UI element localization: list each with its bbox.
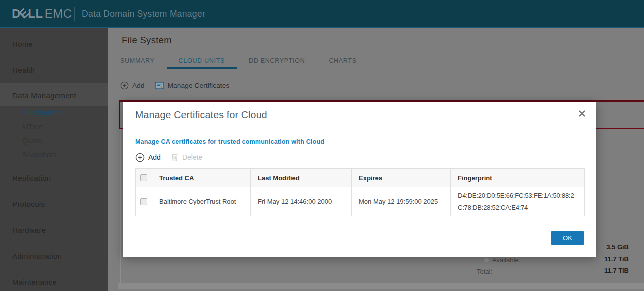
table-row[interactable]: Baltimore CyberTrust Root Fri May 12 14:… [136, 188, 585, 216]
cell-fingerprint: D4:DE:20:D0:5E:66:FC:53:FE:1A:50:88:2C:7… [451, 188, 585, 216]
add-certificate-button[interactable]: Add [135, 153, 161, 162]
col-header-trusted-ca: Trusted CA [152, 169, 251, 188]
dialog-title: Manage Certificates for Cloud [135, 110, 267, 121]
page: DELLEMC Data Domain System Manager Home … [0, 0, 644, 291]
manage-certificates-dialog: Manage Certificates for Cloud Manage CA … [123, 102, 596, 258]
trash-icon [171, 153, 179, 162]
delete-certificate-button[interactable]: Delete [171, 153, 202, 162]
col-header-last-modified: Last Modified [251, 169, 352, 188]
plus-circle-icon [135, 153, 145, 162]
cell-last-modified: Fri May 12 14:46:00 2000 [251, 188, 352, 216]
dialog-actions: Add Delete [135, 152, 202, 162]
cell-expires: Mon May 12 19:59:00 2025 [352, 188, 451, 216]
close-icon[interactable] [577, 109, 586, 118]
select-all-checkbox[interactable] [140, 174, 147, 182]
col-header-fingerprint: Fingerprint [451, 169, 585, 188]
certificates-table: Trusted CA Last Modified Expires Fingerp… [135, 168, 585, 216]
table-header-row: Trusted CA Last Modified Expires Fingerp… [136, 169, 585, 188]
col-header-expires: Expires [352, 169, 451, 188]
ok-button[interactable]: OK [551, 232, 584, 245]
row-checkbox[interactable] [140, 198, 147, 206]
dialog-description: Manage CA certificates for trusted commu… [135, 138, 324, 146]
cell-trusted-ca: Baltimore CyberTrust Root [152, 188, 251, 216]
